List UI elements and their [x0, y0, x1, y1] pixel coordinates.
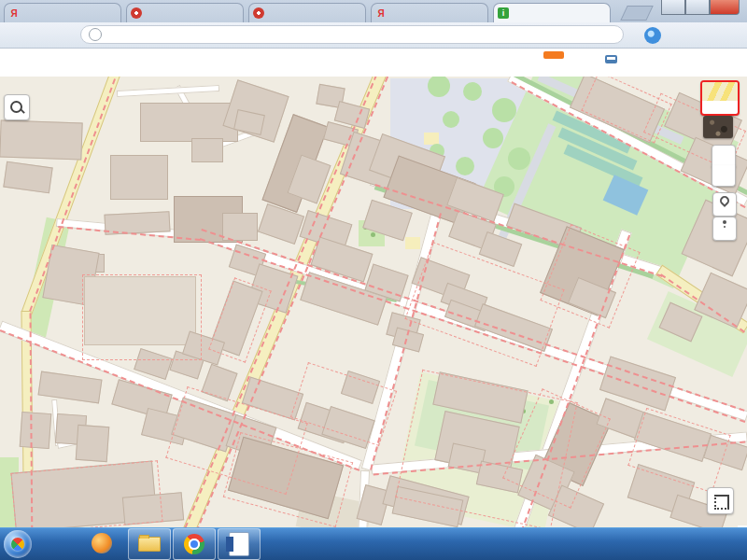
close-window-button[interactable]: [710, 0, 740, 15]
taskbar-explorer-button[interactable]: [128, 528, 171, 560]
browser-menu-icon[interactable]: [719, 27, 736, 44]
park-blob: [508, 147, 530, 170]
building: [38, 371, 103, 404]
map-layer-thumbnail: [702, 82, 738, 101]
route-dash-block: [10, 460, 162, 527]
browser-toolbar: [0, 22, 747, 49]
extension-yandex-icon[interactable]: [666, 27, 683, 44]
address-bar[interactable]: [80, 25, 624, 44]
taskbar-media-player-icon[interactable]: [90, 530, 114, 556]
browser-tab[interactable]: [126, 3, 244, 22]
taskbar-chrome-button[interactable]: [173, 528, 216, 560]
route-dash-block: [82, 274, 202, 360]
bobruisk-favicon-icon: i: [498, 7, 509, 19]
logo-bang: [6, 52, 11, 73]
bus-icon: [605, 55, 617, 63]
park-blob: [443, 111, 459, 128]
browser-tab[interactable]: Я: [4, 3, 121, 22]
green-area: [405, 237, 420, 249]
tree-dot: [371, 232, 375, 237]
avizinfo-favicon-icon: [253, 7, 264, 19]
extension-kinopoisk-icon[interactable]: [687, 27, 704, 44]
page-info-icon[interactable]: [89, 28, 102, 41]
zoom-in-button[interactable]: [712, 145, 736, 167]
nav-map[interactable]: [543, 51, 564, 59]
building: [0, 119, 83, 160]
measure-area-button[interactable]: [707, 487, 734, 514]
building: [20, 412, 52, 449]
building: [76, 425, 110, 462]
site-header: [0, 49, 747, 77]
desktop: ЯЯi: [0, 0, 747, 560]
avizinfo-favicon-icon: [131, 7, 142, 19]
route-dash-block: [290, 362, 397, 446]
building: [110, 155, 168, 200]
search-icon: [10, 101, 22, 113]
layer-map-button[interactable]: [700, 80, 740, 116]
windows-flag-icon: [8, 535, 27, 553]
maximize-button[interactable]: [685, 0, 710, 15]
building: [191, 138, 223, 162]
park-blob: [483, 128, 503, 148]
route-dash-block: [404, 242, 564, 367]
word-icon: [229, 532, 249, 556]
play-icon: [92, 533, 112, 553]
yandex-favicon-icon: Я: [375, 7, 387, 19]
site-logo[interactable]: [6, 52, 11, 74]
zoom-out-button[interactable]: [712, 165, 736, 187]
chrome-icon: [184, 534, 204, 554]
folder-icon: [138, 537, 161, 552]
browser-tab[interactable]: Я: [371, 3, 488, 22]
browser-tab[interactable]: [248, 3, 366, 22]
satellite-layer-thumbnail: [703, 116, 733, 138]
building: [3, 161, 52, 194]
taskbar-ie-icon[interactable]: [49, 530, 73, 556]
minimize-button[interactable]: [661, 0, 685, 15]
measure-icon: [714, 495, 729, 510]
map-search-button[interactable]: [4, 94, 30, 120]
start-button[interactable]: [4, 530, 32, 558]
street-road: [117, 85, 219, 97]
browser-tab-strip: ЯЯi: [0, 0, 747, 22]
park-blob: [492, 98, 516, 122]
park-blob: [456, 157, 474, 175]
route-dash-block: [223, 432, 353, 527]
person-icon: [723, 220, 726, 224]
park-blob: [463, 82, 482, 101]
panorama-360-button[interactable]: [712, 217, 737, 241]
extension-cloud-icon[interactable]: [644, 27, 661, 44]
taskbar-word-button[interactable]: [218, 528, 261, 560]
nav-bus-schedule[interactable]: [605, 55, 621, 63]
map-canvas[interactable]: [0, 77, 747, 527]
browser-tab[interactable]: i: [493, 3, 611, 22]
yandex-favicon-icon: Я: [8, 7, 20, 19]
share-url-button[interactable]: [712, 192, 737, 217]
building: [233, 109, 265, 135]
new-tab-button[interactable]: [620, 6, 653, 21]
pin-icon: [718, 194, 731, 207]
window-controls: [661, 0, 740, 15]
